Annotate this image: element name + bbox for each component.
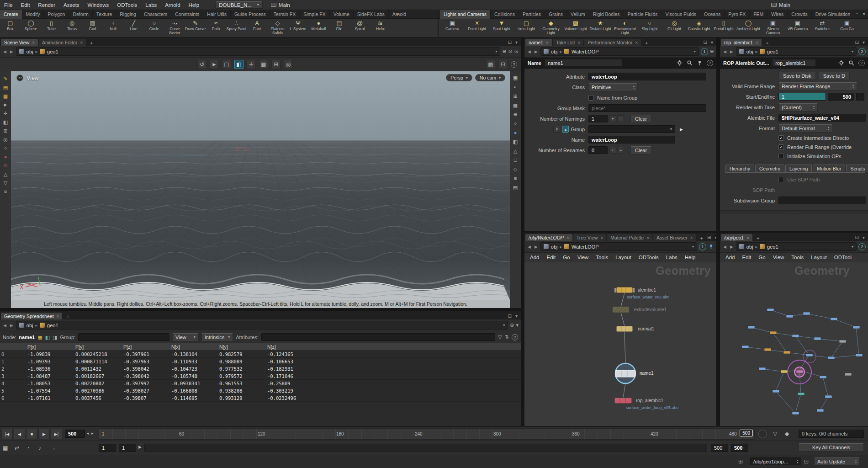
diamond-display-icon[interactable]: ◇: [513, 166, 517, 172]
param-scrollbar[interactable]: · · ·: [720, 210, 868, 214]
reorder-instance-button[interactable]: ▴: [562, 126, 569, 133]
pane-menu-icon[interactable]: ▾: [515, 40, 518, 45]
select-geometry-icon[interactable]: ◧: [234, 60, 243, 69]
pane-link-badge[interactable]: 2: [858, 243, 866, 250]
cook-status-field[interactable]: /obj/geo1/pop...▴▾: [750, 457, 801, 465]
layout-combo[interactable]: DOUBLE_N... ▾: [215, 1, 263, 9]
jump-to-end-button[interactable]: ▶|: [51, 429, 62, 439]
shelf-tool[interactable]: ▦ Grid: [82, 19, 103, 37]
folder-tab[interactable]: Motion Blur: [813, 165, 845, 172]
shelf-tab[interactable]: Characters: [140, 10, 171, 19]
search-icon[interactable]: [848, 60, 854, 66]
pane-menu-icon[interactable]: ▾: [515, 314, 518, 319]
template-display-icon[interactable]: ▤: [513, 185, 518, 190]
shelf-tab[interactable]: Deform: [69, 10, 92, 19]
back-icon[interactable]: ◀: [722, 49, 727, 54]
name-from-group-checkbox[interactable]: ✓: [588, 95, 594, 101]
shelf-tab[interactable]: SideFX Labs: [354, 10, 389, 19]
follow-playhead-icon[interactable]: →: [50, 445, 56, 451]
options-list-icon[interactable]: ≡: [514, 176, 517, 181]
add-naming-button[interactable]: +: [609, 115, 616, 122]
path-node[interactable]: geo1: [47, 49, 58, 54]
render-view-icon[interactable]: ◎: [284, 60, 293, 69]
network-menu-item[interactable]: Labs: [662, 254, 681, 261]
network-menu-item[interactable]: Add: [722, 254, 738, 261]
help-icon[interactable]: ?: [707, 60, 713, 66]
close-icon[interactable]: ×: [756, 40, 758, 45]
path-node[interactable]: WaterLOOP: [572, 244, 599, 250]
network-menu-item[interactable]: Add: [526, 254, 543, 261]
path-node[interactable]: geo1: [767, 244, 778, 250]
shelf-tool[interactable]: ◎ Torus: [62, 19, 82, 37]
node-value[interactable]: name1: [19, 335, 35, 340]
close-icon[interactable]: ×: [546, 40, 549, 45]
shelf-tool[interactable]: ≈ Path: [206, 19, 226, 37]
shelf-tool[interactable]: @ Spiral: [349, 19, 370, 37]
pane-tab[interactable]: name1×: [525, 39, 552, 46]
list-tool-icon[interactable]: ≡: [4, 189, 7, 194]
path-node[interactable]: geo1: [767, 49, 778, 54]
path-node[interactable]: WaterLOOP: [572, 49, 599, 54]
table-row[interactable]: 2 -1.08936 0.0012432 -0.398042 -0.104723…: [0, 365, 521, 372]
back-icon[interactable]: ◀: [527, 245, 532, 249]
close-icon[interactable]: ×: [646, 235, 649, 240]
pane-tab[interactable]: /obj/geo1×: [721, 234, 752, 241]
menu-item[interactable]: Windows: [84, 1, 113, 9]
shelf-tab[interactable]: Viscous Fluids: [662, 10, 701, 19]
shelf-tool[interactable]: ▯ Tube: [41, 19, 62, 37]
layers-tool-icon[interactable]: ▤: [3, 85, 8, 90]
new-pane-tab-button[interactable]: +: [697, 234, 706, 241]
save-to-disk-button[interactable]: Save to Disk: [778, 72, 816, 80]
folder-tab[interactable]: Hierarchy: [725, 165, 754, 172]
handles-tool-icon[interactable]: ✛: [247, 60, 256, 69]
forward-icon[interactable]: ▶: [9, 323, 14, 328]
path-field[interactable]: obj ▸ WaterLOOP ▾: [540, 242, 697, 251]
move-tool-icon[interactable]: ✛: [3, 111, 7, 116]
shelf-tab[interactable]: Pyro FX: [725, 10, 750, 19]
shelf-tab[interactable]: Create: [0, 10, 22, 19]
menu-item[interactable]: ODTools: [113, 1, 141, 9]
pane-link-icon[interactable]: ⟲: [16, 74, 23, 81]
menu-item[interactable]: Help: [185, 1, 204, 9]
use-sop-path-checkbox[interactable]: ✓: [778, 177, 784, 182]
path-field[interactable]: obj ▸ geo1 ▾: [736, 242, 857, 251]
table-row[interactable]: 5 -1.07594 0.00270986 -0.398027 -0.16680…: [0, 387, 521, 394]
shelf-tab[interactable]: Polygon: [44, 10, 69, 19]
group-filter-field[interactable]: [78, 333, 169, 341]
view-layout-icon[interactable]: ⊞: [271, 60, 281, 69]
shelf-tool[interactable]: ★ Distant Light: [588, 19, 613, 37]
shelf-tab[interactable]: Lights and Cameras: [440, 10, 491, 19]
network-menu-item[interactable]: View: [769, 254, 788, 261]
lock-camera-icon[interactable]: ⊕: [513, 112, 517, 117]
forward-icon[interactable]: ▶: [9, 49, 14, 54]
pane-maximize-icon[interactable]: ⊡: [704, 40, 707, 45]
num-renames-field[interactable]: 0: [588, 146, 608, 154]
shade-mode-icon[interactable]: ◐: [514, 84, 517, 90]
add-rename-button[interactable]: +: [609, 147, 616, 154]
forward-icon[interactable]: ▶: [729, 49, 734, 54]
grid-tool-icon[interactable]: ⊞: [3, 128, 7, 133]
shelf-tool[interactable]: ▢ Box: [0, 19, 21, 37]
close-icon[interactable]: ×: [600, 235, 603, 240]
shelf-tab[interactable]: Terrain FX: [270, 10, 300, 19]
path-context[interactable]: obj: [746, 244, 753, 250]
paint-tool-icon[interactable]: ▦: [3, 93, 8, 99]
add-shelf-tab-button[interactable]: +: [847, 11, 850, 17]
down-tool-icon[interactable]: ▽: [4, 180, 7, 186]
close-icon[interactable]: ×: [57, 314, 59, 319]
up-tool-icon[interactable]: △: [4, 171, 7, 177]
intrinsics-menu[interactable]: Intrinsics▾: [201, 333, 233, 341]
format-dropdown[interactable]: Default Format▴▾: [778, 124, 832, 133]
gear-icon[interactable]: [838, 60, 844, 66]
close-icon[interactable]: ×: [566, 235, 569, 240]
shelf-tool[interactable]: ◯ Ambient Light: [736, 19, 761, 37]
column-header[interactable]: P[z]: [122, 344, 169, 350]
forward-icon[interactable]: ▶: [729, 245, 734, 249]
num-namings-field[interactable]: 1: [588, 115, 608, 122]
orbit-tool-icon[interactable]: ◎: [3, 137, 8, 142]
shelf-tab[interactable]: Vellum: [567, 10, 589, 19]
shelf-tool[interactable]: ✎ Draw Curve: [185, 19, 206, 37]
stop-button[interactable]: ■: [26, 429, 37, 439]
pane-menu-icon[interactable]: ▾: [516, 322, 519, 328]
shelf-tab[interactable]: Grains: [545, 10, 567, 19]
